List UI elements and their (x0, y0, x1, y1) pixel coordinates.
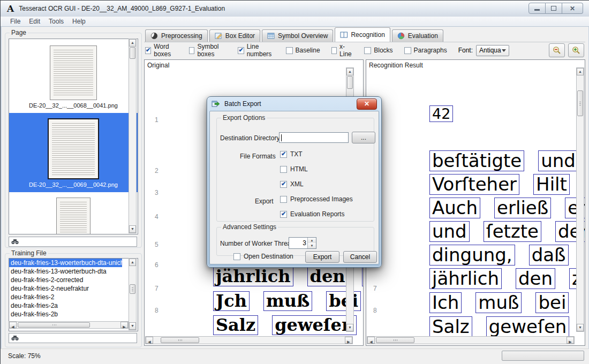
training-file-item[interactable]: deu-frak-fries-2b (9, 310, 122, 318)
page-thumbnail-list[interactable]: DE-20__32_...__0068__0041.pngDE-20__32_.… (9, 39, 138, 234)
word-box[interactable]: Hilt (533, 174, 570, 195)
checkbox-icon[interactable] (404, 47, 411, 54)
recognition-vscrollbar[interactable]: ▲ ▼ (576, 67, 584, 332)
word-box[interactable]: jährlich (429, 268, 502, 289)
word-box[interactable]: geweſen (486, 316, 570, 337)
checkbox-icon[interactable] (280, 211, 287, 218)
training-list-hscrollbar[interactable]: ◀ ▶ (9, 321, 129, 329)
menu-tools[interactable]: Tools (44, 17, 68, 26)
tab-preprocessing[interactable]: Preprocessing (145, 29, 208, 42)
menu-help[interactable]: Help (68, 17, 90, 26)
word-box[interactable]: muß (475, 292, 522, 313)
zoom-out-button[interactable] (549, 43, 565, 57)
menu-file[interactable]: File (6, 17, 25, 26)
page-search-input[interactable] (9, 237, 137, 247)
checkbox-icon[interactable] (364, 47, 371, 54)
close-button[interactable]: ✕ (562, 3, 583, 14)
training-file-list[interactable]: deu-frak-fries-13-woerterbuch-dta-unicha… (9, 258, 138, 331)
recognition-result-panel[interactable]: Recognition Result 12345678 42beſtätigte… (366, 59, 585, 346)
word-box[interactable]: ſetzte (484, 221, 541, 242)
word-box[interactable]: Auch (429, 198, 480, 218)
cancel-button[interactable]: Cancel (343, 251, 377, 263)
page-list-vscrollbar[interactable]: ▲ ▼ (129, 39, 137, 233)
maximize-button[interactable] (546, 3, 562, 14)
view-checkbox-line-numbers[interactable]: Line numbers (238, 43, 274, 58)
page-thumbnail-item[interactable] (9, 192, 138, 234)
training-file-item[interactable]: deu-frak-fries-2a (9, 301, 122, 310)
tab-symbol-overview[interactable]: Symbol Overview (262, 29, 333, 42)
tab-recognition[interactable]: Recognition (335, 27, 390, 42)
scroll-down-icon[interactable]: ▼ (129, 225, 136, 233)
scroll-up-icon[interactable]: ▲ (129, 39, 136, 47)
checkbox-preprocessed-images[interactable]: Preprocessed Images (280, 195, 353, 203)
tab-box-editor[interactable]: Box Editor (209, 29, 260, 42)
word-box[interactable]: muß (263, 291, 312, 311)
word-box[interactable]: z (362, 267, 364, 286)
recognition-scroll-thumb[interactable] (577, 90, 583, 116)
font-select[interactable]: Antiqua (476, 45, 509, 56)
destination-directory-input[interactable] (279, 132, 349, 143)
minimize-button[interactable] (528, 3, 546, 14)
original-hscroll-thumb[interactable] (161, 337, 199, 343)
training-file-item[interactable]: deu-frak-fries-2-corrected (9, 276, 122, 284)
zoom-in-button[interactable] (568, 43, 584, 57)
browse-button[interactable]: ... (352, 132, 375, 143)
scroll-up-icon[interactable]: ▲ (346, 68, 353, 75)
page-scroll-thumb[interactable] (130, 47, 135, 59)
original-hscrollbar[interactable]: ◀ ▶ (145, 336, 353, 344)
training-file-item[interactable]: deu-frak-fries-13-woerterbuch-dta (9, 267, 122, 276)
page-thumbnail-item[interactable]: DE-20__32_...__0068__0041.png (9, 39, 138, 113)
scroll-left-icon[interactable]: ◀ (9, 322, 17, 328)
checkbox-icon[interactable] (331, 47, 337, 54)
dialog-title-bar[interactable]: Batch Export ✕ (207, 97, 381, 111)
checkbox-icon[interactable] (233, 253, 240, 260)
word-box[interactable]: Jch (213, 291, 250, 311)
training-file-item[interactable]: deu-frak-fries-2-neuefraktur (9, 284, 122, 293)
checkbox-xml[interactable]: XML (280, 180, 304, 188)
scroll-left-icon[interactable]: ◀ (146, 337, 153, 344)
checkbox-icon[interactable] (280, 181, 287, 188)
view-checkbox-symbol-boxes[interactable]: Symbol boxes (189, 43, 226, 58)
word-box[interactable]: daß (529, 245, 569, 266)
original-scroll-thumb[interactable] (347, 76, 353, 89)
word-box[interactable]: Ich (429, 292, 462, 313)
word-box[interactable]: den (516, 268, 555, 289)
scroll-right-icon[interactable]: ▶ (120, 322, 128, 328)
recognition-hscrollbar[interactable]: ◀ ▶ (367, 336, 575, 344)
word-box[interactable]: den (307, 267, 348, 286)
word-box[interactable]: und (538, 150, 578, 171)
word-box[interactable]: Salz (429, 316, 472, 337)
scroll-left-icon[interactable]: ◀ (367, 337, 375, 344)
view-checkbox-word-boxes[interactable]: Word boxes (145, 43, 178, 58)
word-box[interactable]: und (429, 221, 470, 242)
checkbox-icon[interactable] (145, 47, 151, 54)
view-checkbox-x-line[interactable]: x-Line (331, 43, 353, 58)
word-box[interactable]: erließ (494, 198, 551, 218)
scroll-up-icon[interactable]: ▲ (577, 68, 584, 75)
word-box[interactable]: jährlich (213, 267, 293, 286)
training-hscroll-thumb[interactable] (18, 322, 90, 328)
view-checkbox-paragraphs[interactable]: Paragraphs (404, 47, 447, 54)
checkbox-evaluation-reports[interactable]: Evaluation Reports (280, 210, 344, 218)
title-bar[interactable]: A Tesseract OCR GUI - DE-20__32_AM_49000… (1, 1, 589, 17)
word-box[interactable]: 42 (429, 105, 453, 122)
word-box[interactable]: bei (535, 292, 569, 313)
scroll-down-icon[interactable]: ▼ (577, 324, 584, 331)
recognition-hscroll-thumb[interactable] (376, 337, 414, 343)
word-box[interactable]: Salz (213, 315, 258, 335)
word-box[interactable]: dingung, (429, 245, 515, 266)
scroll-down-icon[interactable]: ▼ (129, 322, 136, 330)
scroll-down-icon[interactable]: ▼ (346, 324, 353, 331)
training-list-vscrollbar[interactable]: ▲ ▼ (129, 258, 137, 330)
checkbox-html[interactable]: HTML (280, 165, 308, 173)
page-thumbnail-item[interactable]: DE-20__32_...__0069__0042.png (9, 113, 138, 192)
scroll-right-icon[interactable]: ▶ (567, 337, 574, 344)
open-destination-checkbox[interactable]: Open Destination (233, 253, 293, 260)
training-file-item[interactable]: deu-frak-fries-13-woerterbuch-dta-unicha… (9, 259, 122, 267)
worker-threads-stepper[interactable]: 3 ▲ ▼ (289, 237, 316, 249)
training-search-input[interactable] (9, 333, 137, 343)
training-scroll-thumb[interactable] (130, 284, 135, 294)
checkbox-txt[interactable]: TXT (280, 150, 303, 158)
checkbox-icon[interactable] (189, 47, 194, 54)
export-button[interactable]: Export (305, 251, 339, 263)
